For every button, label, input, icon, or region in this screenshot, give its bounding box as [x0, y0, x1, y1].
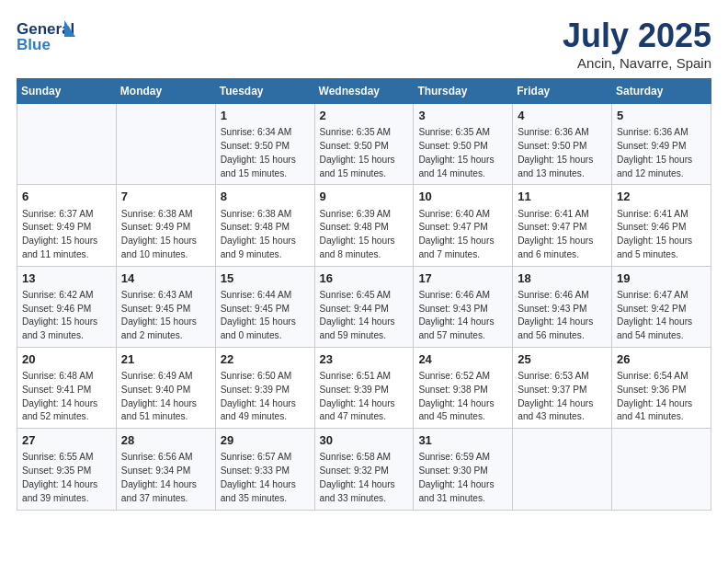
cell-content: Sunrise: 6:36 AM Sunset: 9:50 PM Dayligh… [518, 126, 607, 180]
col-monday: Monday [116, 79, 215, 104]
day-number: 5 [617, 108, 706, 124]
calendar-cell: 21Sunrise: 6:49 AM Sunset: 9:40 PM Dayli… [116, 347, 215, 428]
calendar-cell: 15Sunrise: 6:44 AM Sunset: 9:45 PM Dayli… [215, 266, 314, 347]
day-number: 28 [121, 432, 210, 449]
cell-content: Sunrise: 6:45 AM Sunset: 9:44 PM Dayligh… [320, 289, 409, 343]
calendar-row: 20Sunrise: 6:48 AM Sunset: 9:41 PM Dayli… [17, 347, 711, 428]
sub-title: Ancin, Navarre, Spain [563, 55, 711, 71]
cell-content: Sunrise: 6:59 AM Sunset: 9:30 PM Dayligh… [418, 451, 507, 505]
col-wednesday: Wednesday [314, 79, 414, 104]
col-thursday: Thursday [414, 79, 513, 104]
cell-content: Sunrise: 6:55 AM Sunset: 9:35 PM Dayligh… [22, 451, 111, 505]
calendar-row: 13Sunrise: 6:42 AM Sunset: 9:46 PM Dayli… [17, 266, 711, 347]
calendar-table: Sunday Monday Tuesday Wednesday Thursday… [17, 78, 711, 511]
cell-content: Sunrise: 6:38 AM Sunset: 9:48 PM Dayligh… [221, 208, 310, 262]
cell-content: Sunrise: 6:46 AM Sunset: 9:43 PM Dayligh… [418, 289, 507, 343]
cell-content: Sunrise: 6:43 AM Sunset: 9:45 PM Dayligh… [121, 289, 210, 343]
day-number: 31 [418, 432, 507, 449]
day-number: 1 [221, 108, 310, 124]
col-sunday: Sunday [17, 79, 117, 104]
cell-content: Sunrise: 6:49 AM Sunset: 9:40 PM Dayligh… [121, 370, 210, 424]
day-number: 16 [320, 270, 409, 287]
cell-content: Sunrise: 6:58 AM Sunset: 9:32 PM Dayligh… [320, 451, 409, 505]
day-number: 17 [418, 270, 507, 287]
day-number: 22 [221, 351, 310, 368]
calendar-row: 1Sunrise: 6:34 AM Sunset: 9:50 PM Daylig… [17, 104, 711, 185]
day-number: 25 [518, 351, 607, 368]
day-number: 23 [320, 351, 409, 368]
col-friday: Friday [513, 79, 612, 104]
cell-content: Sunrise: 6:34 AM Sunset: 9:50 PM Dayligh… [221, 126, 310, 180]
calendar-cell: 5Sunrise: 6:36 AM Sunset: 9:49 PM Daylig… [612, 104, 711, 185]
calendar-cell: 29Sunrise: 6:57 AM Sunset: 9:33 PM Dayli… [215, 429, 314, 510]
calendar-cell: 30Sunrise: 6:58 AM Sunset: 9:32 PM Dayli… [314, 429, 414, 510]
cell-content: Sunrise: 6:47 AM Sunset: 9:42 PM Dayligh… [617, 289, 706, 343]
calendar-cell: 22Sunrise: 6:50 AM Sunset: 9:39 PM Dayli… [215, 347, 314, 428]
day-number: 13 [22, 270, 111, 287]
calendar-page: General Blue July 2025 Ancin, Navarre, S… [0, 0, 728, 563]
cell-content: Sunrise: 6:41 AM Sunset: 9:46 PM Dayligh… [617, 208, 706, 262]
day-number: 15 [221, 270, 310, 287]
calendar-cell: 8Sunrise: 6:38 AM Sunset: 9:48 PM Daylig… [215, 185, 314, 266]
day-number: 4 [518, 108, 607, 124]
cell-content: Sunrise: 6:36 AM Sunset: 9:49 PM Dayligh… [617, 126, 706, 180]
calendar-cell: 26Sunrise: 6:54 AM Sunset: 9:36 PM Dayli… [612, 347, 711, 428]
cell-content: Sunrise: 6:50 AM Sunset: 9:39 PM Dayligh… [221, 370, 310, 424]
day-number: 3 [418, 108, 507, 124]
calendar-cell: 13Sunrise: 6:42 AM Sunset: 9:46 PM Dayli… [17, 266, 117, 347]
calendar-cell: 16Sunrise: 6:45 AM Sunset: 9:44 PM Dayli… [314, 266, 414, 347]
cell-content: Sunrise: 6:35 AM Sunset: 9:50 PM Dayligh… [320, 126, 409, 180]
header: General Blue July 2025 Ancin, Navarre, S… [17, 17, 711, 71]
cell-content: Sunrise: 6:37 AM Sunset: 9:49 PM Dayligh… [22, 208, 111, 262]
calendar-cell: 25Sunrise: 6:53 AM Sunset: 9:37 PM Dayli… [513, 347, 612, 428]
calendar-cell: 28Sunrise: 6:56 AM Sunset: 9:34 PM Dayli… [116, 429, 215, 510]
day-number: 27 [22, 432, 111, 449]
calendar-cell: 1Sunrise: 6:34 AM Sunset: 9:50 PM Daylig… [215, 104, 314, 185]
cell-content: Sunrise: 6:52 AM Sunset: 9:38 PM Dayligh… [418, 370, 507, 424]
cell-content: Sunrise: 6:53 AM Sunset: 9:37 PM Dayligh… [518, 370, 607, 424]
cell-content: Sunrise: 6:57 AM Sunset: 9:33 PM Dayligh… [221, 451, 310, 505]
cell-content: Sunrise: 6:40 AM Sunset: 9:47 PM Dayligh… [418, 208, 507, 262]
calendar-cell: 27Sunrise: 6:55 AM Sunset: 9:35 PM Dayli… [17, 429, 117, 510]
day-number: 7 [121, 189, 210, 205]
logo-svg: General Blue [17, 17, 79, 57]
cell-content: Sunrise: 6:46 AM Sunset: 9:43 PM Dayligh… [518, 289, 607, 343]
title-block: July 2025 Ancin, Navarre, Spain [563, 17, 711, 71]
calendar-cell: 19Sunrise: 6:47 AM Sunset: 9:42 PM Dayli… [612, 266, 711, 347]
cell-content: Sunrise: 6:56 AM Sunset: 9:34 PM Dayligh… [121, 451, 210, 505]
calendar-cell [17, 104, 117, 185]
day-number: 30 [320, 432, 409, 449]
calendar-row: 27Sunrise: 6:55 AM Sunset: 9:35 PM Dayli… [17, 429, 711, 510]
svg-text:Blue: Blue [17, 36, 51, 53]
header-row: Sunday Monday Tuesday Wednesday Thursday… [17, 79, 711, 104]
cell-content: Sunrise: 6:39 AM Sunset: 9:48 PM Dayligh… [320, 208, 409, 262]
calendar-cell: 17Sunrise: 6:46 AM Sunset: 9:43 PM Dayli… [414, 266, 513, 347]
day-number: 29 [221, 432, 310, 449]
cell-content: Sunrise: 6:48 AM Sunset: 9:41 PM Dayligh… [22, 370, 111, 424]
cell-content: Sunrise: 6:51 AM Sunset: 9:39 PM Dayligh… [320, 370, 409, 424]
day-number: 12 [617, 189, 706, 205]
day-number: 24 [418, 351, 507, 368]
calendar-cell [116, 104, 215, 185]
day-number: 19 [617, 270, 706, 287]
calendar-cell: 11Sunrise: 6:41 AM Sunset: 9:47 PM Dayli… [513, 185, 612, 266]
day-number: 8 [221, 189, 310, 205]
calendar-cell: 12Sunrise: 6:41 AM Sunset: 9:46 PM Dayli… [612, 185, 711, 266]
calendar-cell: 18Sunrise: 6:46 AM Sunset: 9:43 PM Dayli… [513, 266, 612, 347]
cell-content: Sunrise: 6:44 AM Sunset: 9:45 PM Dayligh… [221, 289, 310, 343]
main-title: July 2025 [563, 17, 711, 55]
calendar-cell: 6Sunrise: 6:37 AM Sunset: 9:49 PM Daylig… [17, 185, 117, 266]
day-number: 18 [518, 270, 607, 287]
day-number: 14 [121, 270, 210, 287]
calendar-cell [612, 429, 711, 510]
day-number: 21 [121, 351, 210, 368]
day-number: 9 [320, 189, 409, 205]
cell-content: Sunrise: 6:54 AM Sunset: 9:36 PM Dayligh… [617, 370, 706, 424]
calendar-cell: 23Sunrise: 6:51 AM Sunset: 9:39 PM Dayli… [314, 347, 414, 428]
logo: General Blue [17, 17, 79, 57]
day-number: 26 [617, 351, 706, 368]
calendar-cell: 20Sunrise: 6:48 AM Sunset: 9:41 PM Dayli… [17, 347, 117, 428]
calendar-cell: 9Sunrise: 6:39 AM Sunset: 9:48 PM Daylig… [314, 185, 414, 266]
calendar-cell: 2Sunrise: 6:35 AM Sunset: 9:50 PM Daylig… [314, 104, 414, 185]
day-number: 20 [22, 351, 111, 368]
